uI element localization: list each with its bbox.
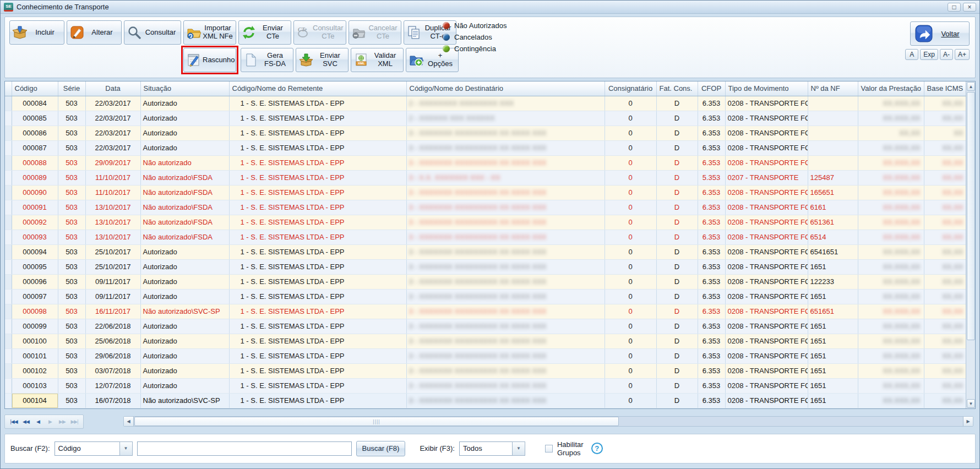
cell-cfop[interactable]: 6.353 [698, 200, 725, 215]
cell-code[interactable]: 000089 [12, 170, 58, 185]
help-icon[interactable]: ? [591, 443, 603, 454]
cell-remetente[interactable]: 1 - S. E. SISTEMAS LTDA - EPP [229, 170, 406, 185]
cell-remetente[interactable]: 1 - S. E. SISTEMAS LTDA - EPP [229, 259, 406, 274]
cell-cfop[interactable]: 6.353 [698, 363, 725, 378]
column-consignatario[interactable]: Consignatário [605, 81, 656, 96]
cell-fat[interactable]: D [656, 274, 698, 289]
column-base-icms[interactable]: Base ICMS [924, 81, 967, 96]
cell-destinatario[interactable]: 3 - XXXXXXX XXXXXXXXX XX XXXX XXX [406, 304, 605, 319]
cell-nf[interactable] [808, 96, 858, 111]
horizontal-scroll-thumb[interactable]: |||| [134, 417, 619, 426]
cell-tipo[interactable]: 0208 - TRANSPORTE FOR [725, 259, 808, 274]
cell-situacao[interactable]: Autorizado [140, 363, 229, 378]
cell-consignatario[interactable]: 0 [605, 200, 656, 215]
cell-destinatario[interactable]: 3 - XXXXXXX XXXXXXXXX XX XXXX XXX [406, 126, 605, 140]
cell-valor[interactable]: XX.XXX,XX [858, 185, 924, 200]
cell-serie[interactable]: 503 [58, 96, 85, 111]
cell-nf[interactable]: 1651 [808, 334, 858, 348]
table-row[interactable]: 00008950311/10/2017Não autorizado\FSDA1 … [5, 170, 967, 185]
cell-code[interactable]: 000085 [12, 111, 58, 126]
export-button[interactable]: Exp [920, 49, 938, 60]
cell-date[interactable]: 22/06/2018 [85, 319, 140, 334]
cell-code[interactable]: 000104 [12, 393, 58, 408]
cell-serie[interactable]: 503 [58, 200, 85, 215]
cell-base[interactable]: XX,XX [924, 230, 967, 244]
table-row[interactable]: 00009250313/10/2017Não autorizado\FSDA1 … [5, 215, 967, 230]
cell-nf[interactable]: 1651 [808, 378, 858, 393]
cell-code[interactable]: 000095 [12, 259, 58, 274]
table-row[interactable]: 00010150329/06/2018Autorizado1 - S. E. S… [5, 348, 967, 363]
cell-consignatario[interactable]: 0 [605, 289, 656, 304]
cell-base[interactable]: XX,XX [924, 140, 967, 155]
cell-serie[interactable]: 503 [58, 155, 85, 170]
cell-fat[interactable]: D [656, 319, 698, 334]
cell-situacao[interactable]: Autorizado [140, 274, 229, 289]
cell-tipo[interactable]: 0208 - TRANSPORTE FOR [725, 155, 808, 170]
cell-serie[interactable]: 503 [58, 363, 85, 378]
cell-consignatario[interactable]: 0 [605, 96, 656, 111]
cell-destinatario[interactable]: 3 - XXXXXXX XXXXXXXXX XX XXXX XXX [406, 393, 605, 408]
table-row[interactable]: 00008450322/03/2017Autorizado1 - S. E. S… [5, 96, 967, 111]
cell-tipo[interactable]: 0208 - TRANSPORTE FOR [725, 200, 808, 215]
cell-fat[interactable]: D [656, 378, 698, 393]
cell-destinatario[interactable]: 3 - XXXXXXX XXXXXXXXX XX XXXX XXX [406, 155, 605, 170]
cell-cfop[interactable]: 6.353 [698, 319, 725, 334]
cell-situacao[interactable]: Autorizado [140, 259, 229, 274]
cell-nf[interactable]: 1651 [808, 363, 858, 378]
table-row[interactable]: 00009950322/06/2018Autorizado1 - S. E. S… [5, 319, 967, 334]
cell-tipo[interactable]: 0208 - TRANSPORTE FOR [725, 140, 808, 155]
cell-fat[interactable]: D [656, 393, 698, 408]
column-fat-cons[interactable]: Fat. Cons. [656, 81, 698, 96]
font-a-button[interactable]: A [905, 49, 918, 60]
cell-fat[interactable]: D [656, 215, 698, 230]
cell-base[interactable]: XX,XX [924, 259, 967, 274]
cell-situacao[interactable]: Autorizado [140, 126, 229, 140]
cell-remetente[interactable]: 1 - S. E. SISTEMAS LTDA - EPP [229, 215, 406, 230]
cell-destinatario[interactable]: 3 - XXXXXXX XXXXXXXXX XX XXXX XXX [406, 334, 605, 348]
cell-situacao[interactable]: Autorizado [140, 289, 229, 304]
cell-fat[interactable]: D [656, 289, 698, 304]
cell-destinatario[interactable]: 3 - XXXXXXX XXXXXXXXX XX XXXX XXX [406, 200, 605, 215]
horizontal-scrollbar[interactable]: ◀ |||| ▶ [123, 416, 973, 427]
column-valor-prestacao[interactable]: Valor da Prestação [858, 81, 924, 96]
cell-cfop[interactable]: 6.353 [698, 140, 725, 155]
cell-valor[interactable]: XX.XXX,XX [858, 304, 924, 319]
cell-destinatario[interactable]: 2 - XXXXXX XXX XXXXXX [406, 111, 605, 126]
cell-nf[interactable]: 651651 [808, 304, 858, 319]
cell-valor[interactable]: XX.XXX,XX [858, 170, 924, 185]
cell-consignatario[interactable]: 0 [605, 348, 656, 363]
cell-remetente[interactable]: 1 - S. E. SISTEMAS LTDA - EPP [229, 348, 406, 363]
cell-nf[interactable]: 6541651 [808, 244, 858, 259]
cell-date[interactable]: 03/07/2018 [85, 363, 140, 378]
cell-fat[interactable]: D [656, 304, 698, 319]
cell-situacao[interactable]: Não autorizado\FSDA [140, 170, 229, 185]
cell-consignatario[interactable]: 0 [605, 244, 656, 259]
cell-destinatario[interactable]: 3 - XXXXXXX XXXXXXXXX XX XXXX XXX [406, 274, 605, 289]
cell-consignatario[interactable]: 0 [605, 393, 656, 408]
cell-nf[interactable]: 651361 [808, 215, 858, 230]
table-row[interactable]: 00008550322/03/2017Autorizado1 - S. E. S… [5, 111, 967, 126]
cell-situacao[interactable]: Autorizado [140, 244, 229, 259]
cell-serie[interactable]: 503 [58, 126, 85, 140]
gera-fsda-button[interactable]: Gera FS-DA [241, 48, 293, 72]
cell-consignatario[interactable]: 0 [605, 304, 656, 319]
cell-remetente[interactable]: 1 - S. E. SISTEMAS LTDA - EPP [229, 126, 406, 140]
cell-valor[interactable]: XX.XXX,XX [858, 244, 924, 259]
cell-consignatario[interactable]: 0 [605, 185, 656, 200]
cell-date[interactable]: 16/07/2018 [85, 393, 140, 408]
cell-destinatario[interactable]: 3 - XXXXXXX XXXXXXXXX XX XXXX XXX [406, 244, 605, 259]
cell-base[interactable]: XX,XX [924, 200, 967, 215]
table-row[interactable]: 00008750322/03/2017Autorizado1 - S. E. S… [5, 140, 967, 155]
cell-date[interactable]: 22/03/2017 [85, 96, 140, 111]
cell-valor[interactable]: XX.XXX,XX [858, 230, 924, 244]
next-record-button[interactable]: ▶ [45, 417, 56, 427]
cell-date[interactable]: 22/03/2017 [85, 126, 140, 140]
cell-code[interactable]: 000094 [12, 244, 58, 259]
cell-code[interactable]: 000092 [12, 215, 58, 230]
cell-fat[interactable]: D [656, 185, 698, 200]
cell-code[interactable]: 000101 [12, 348, 58, 363]
cell-destinatario[interactable]: 3 - XXXXXXX XXXXXXXXX XX XXXX XXX [406, 215, 605, 230]
cell-base[interactable]: XX,XX [924, 304, 967, 319]
cell-code[interactable]: 000097 [12, 289, 58, 304]
cell-consignatario[interactable]: 0 [605, 274, 656, 289]
